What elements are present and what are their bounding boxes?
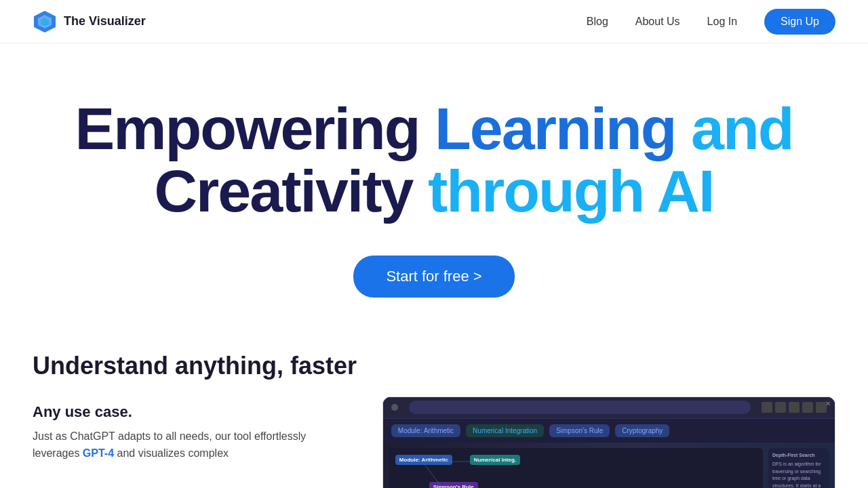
use-case-title: Any use case. xyxy=(33,403,355,421)
canvas-connections xyxy=(389,448,763,488)
app-dot-1 xyxy=(391,404,398,411)
nav-about-us[interactable]: About Us xyxy=(635,16,680,28)
sidebar-title-text: Depth-First Search xyxy=(772,452,825,460)
nav-links: Blog About Us Log In Sign Up xyxy=(587,9,835,35)
sidebar-description: DFS is an algorithm for traversing or se… xyxy=(772,461,825,488)
lower-section: Understand anything, faster Any use case… xyxy=(0,338,868,488)
hero-title-through-ai: through AI xyxy=(428,157,714,224)
app-canvas: Module: Arithmetic Numerical Integ. Simp… xyxy=(389,448,763,488)
app-search-bar xyxy=(409,401,751,414)
app-body: Module: Arithmetic Numerical Integ. Simp… xyxy=(383,443,835,488)
nav-login[interactable]: Log In xyxy=(707,16,737,28)
app-screenshot-container: Module: Arithmetic Numerical Integration… xyxy=(382,396,835,488)
logo-icon xyxy=(33,9,57,34)
app-tabs: Module: Arithmetic Numerical Integration… xyxy=(383,419,835,443)
app-tab-simpson[interactable]: Simpson's Rule xyxy=(549,424,610,437)
app-icon-3 xyxy=(789,402,800,413)
hero-section: Empowering Learning and Creativity throu… xyxy=(0,43,868,338)
app-screenshot: Module: Arithmetic Numerical Integration… xyxy=(383,397,835,488)
app-sidebar-right: ✕ Depth-First Search DFS is an algorithm… xyxy=(768,448,829,488)
app-icon-2 xyxy=(775,402,786,413)
app-toolbar-icons xyxy=(762,402,827,413)
app-icon-1 xyxy=(762,402,772,413)
nav-blog[interactable]: Blog xyxy=(587,16,608,28)
hero-title-and: and xyxy=(691,95,793,162)
app-topbar xyxy=(383,397,835,419)
hero-title: Empowering Learning and Creativity throu… xyxy=(75,98,793,223)
hero-title-empowering: Empowering xyxy=(75,95,435,162)
gpt4-link[interactable]: GPT-4 xyxy=(83,447,114,459)
use-case-text-part2: and visualizes complex xyxy=(114,447,229,459)
app-tab-cryptography[interactable]: Cryptography xyxy=(615,424,669,437)
content-row: Any use case. Just as ChatGPT adapts to … xyxy=(33,396,835,488)
signup-button[interactable]: Sign Up xyxy=(764,9,835,35)
understand-heading: Understand anything, faster xyxy=(33,352,835,380)
svg-line-4 xyxy=(422,462,443,488)
app-tab-numerical[interactable]: Numerical Integration xyxy=(466,424,544,437)
close-icon[interactable]: ✕ xyxy=(825,400,831,407)
navbar: The Visualizer Blog About Us Log In Sign… xyxy=(0,0,868,43)
start-free-button[interactable]: Start for free > xyxy=(353,256,514,298)
app-tab-arithmetic[interactable]: Module: Arithmetic xyxy=(391,424,460,437)
hero-title-learning: Learning xyxy=(435,95,691,162)
hero-title-creativity: Creativity xyxy=(154,157,428,224)
use-case-text: Just as ChatGPT adapts to all needs, our… xyxy=(33,428,355,462)
app-icon-4 xyxy=(802,402,813,413)
content-left: Any use case. Just as ChatGPT adapts to … xyxy=(33,396,355,462)
brand-name: The Visualizer xyxy=(64,14,146,28)
nav-logo[interactable]: The Visualizer xyxy=(33,9,146,34)
